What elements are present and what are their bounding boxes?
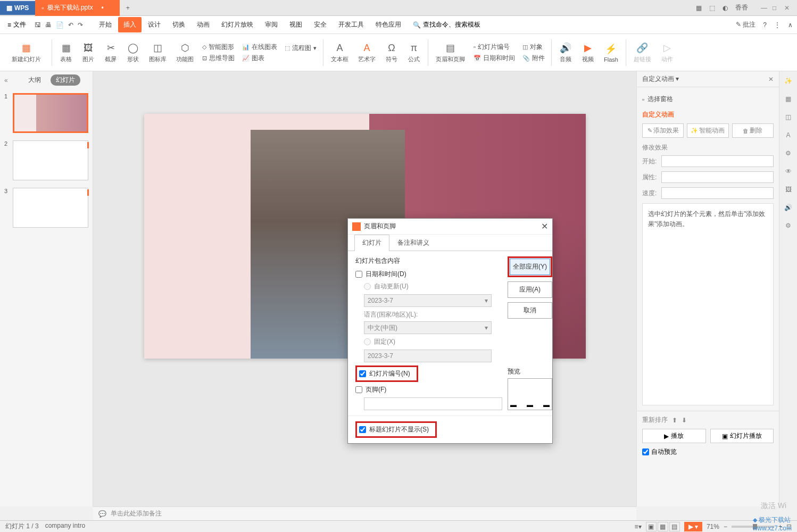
collapse-panel-button[interactable]: « — [4, 77, 8, 84]
layers-icon[interactable]: ▦ — [783, 94, 794, 104]
play-slideshow[interactable]: ▶ ▾ — [684, 522, 702, 531]
footer-input[interactable] — [364, 397, 502, 410]
hyperlink-button[interactable]: 🔗超链接 — [629, 40, 655, 64]
file-menu[interactable]: ≡ 文件 — [4, 18, 29, 31]
chart-button[interactable]: 📈 图表 — [242, 54, 277, 63]
date-select[interactable]: 2023-3-7▾ — [364, 294, 492, 307]
funcchart-button[interactable]: ⬡功能图 — [172, 40, 198, 64]
move-up-button[interactable]: ⬆ — [672, 417, 677, 424]
tab-view[interactable]: 视图 — [284, 17, 308, 32]
new-tab-button[interactable]: + — [120, 1, 136, 15]
smartgraphic-button[interactable]: ◇ 智能图形 — [202, 43, 235, 52]
anim-tool-icon[interactable]: ✨ — [783, 76, 794, 86]
normal-view[interactable]: ▣ — [646, 522, 657, 531]
tab-animation[interactable]: 动画 — [192, 17, 215, 32]
redo-icon[interactable]: ↷ — [78, 21, 83, 29]
collapse-ribbon[interactable]: ∧ — [788, 21, 793, 29]
footer-checkbox[interactable]: 页脚(F) — [355, 385, 502, 394]
maximize-button[interactable]: □ — [773, 4, 780, 12]
new-slide-group[interactable]: ▦新建幻灯片 — [4, 40, 48, 64]
adjust-icon[interactable]: ⚙ — [783, 148, 794, 159]
tab-review[interactable]: 审阅 — [260, 17, 283, 32]
lang-select[interactable]: 中文(中国)▾ — [364, 321, 492, 334]
apply-button[interactable]: 应用(A) — [508, 281, 552, 298]
reading-view[interactable]: ▤ — [669, 522, 680, 531]
hide-icon[interactable]: 👁 — [783, 166, 794, 177]
video-button[interactable]: ▶视频 — [577, 40, 599, 64]
mindmap-button[interactable]: ⊡ 思维导图 — [202, 54, 235, 63]
select-icon[interactable]: ◫ — [783, 112, 794, 122]
minimize-button[interactable]: — — [761, 4, 768, 12]
print-icon[interactable]: 🖶 — [45, 21, 52, 29]
slideshow-button[interactable]: ▣ 幻灯片播放 — [710, 429, 774, 443]
slide-thumbnail-1[interactable]: 1 — [4, 93, 88, 133]
formula-button[interactable]: π公式 — [403, 40, 425, 64]
action-button[interactable]: ▷动作 — [657, 40, 678, 64]
select-pane-link[interactable]: ▫ 选择窗格 — [642, 93, 774, 106]
cancel-button[interactable]: 取消 — [508, 302, 552, 319]
slidenumber-checkbox[interactable]: 幻灯片编号(N) — [359, 369, 410, 378]
help-button[interactable]: ? — [763, 21, 767, 29]
gift-icon[interactable]: ⬚ — [709, 4, 715, 12]
image-icon[interactable]: 🖼 — [783, 184, 794, 195]
tab-devtools[interactable]: 开发工具 — [333, 17, 369, 32]
move-down-button[interactable]: ⬇ — [682, 417, 687, 424]
autoupdate-radio[interactable]: 自动更新(U) — [364, 282, 502, 291]
audio-button[interactable]: 🔊音频 — [555, 40, 576, 64]
grid-icon[interactable]: ▦ — [696, 4, 702, 12]
panel-close-button[interactable]: ✕ — [768, 76, 774, 83]
tab-security[interactable]: 安全 — [309, 17, 332, 32]
tab-transition[interactable]: 切换 — [167, 17, 190, 32]
slidenumber-button[interactable]: ▫ 幻灯片编号 — [474, 43, 515, 52]
smart-anim-button[interactable]: ✨ 智能动画 — [687, 123, 728, 138]
prop-select[interactable] — [661, 171, 774, 183]
slide-thumbnail-2[interactable]: 2 — [4, 140, 88, 180]
iconlib-button[interactable]: ◫图标库 — [145, 40, 171, 64]
slide-thumbnail-3[interactable]: 3 — [4, 188, 88, 228]
start-select[interactable] — [661, 155, 774, 167]
slides-tab[interactable]: 幻灯片 — [51, 74, 80, 86]
attachment-button[interactable]: 📎 附件 — [522, 54, 545, 63]
flowchart-button[interactable]: ⬚ 流程图 ▾ — [285, 44, 317, 53]
outline-tab[interactable]: 大纲 — [23, 74, 46, 86]
search-command[interactable]: 🔍 查找命令、搜索模板 — [413, 20, 480, 29]
user-avatar[interactable]: ◐ — [723, 4, 728, 12]
textbox-button[interactable]: A文本框 — [327, 40, 353, 64]
symbol-button[interactable]: Ω符号 — [381, 40, 402, 64]
object-button[interactable]: ◫ 对象 — [522, 43, 545, 52]
speaker-icon[interactable]: 🔊 — [783, 202, 794, 213]
play-button[interactable]: ▶ 播放 — [642, 429, 706, 443]
shape-button[interactable]: ◯形状 — [122, 40, 144, 64]
tab-insert[interactable]: 插入 — [118, 17, 142, 32]
add-effect-button[interactable]: ✎ 添加效果 — [642, 123, 684, 138]
tab-slideshow[interactable]: 幻灯片放映 — [216, 17, 259, 32]
datetime-checkbox[interactable]: 日期和时间(D) — [355, 270, 502, 279]
screenshot-button[interactable]: ✂截屏 — [100, 40, 121, 64]
undo-icon[interactable]: ↶ — [68, 21, 73, 29]
flash-button[interactable]: ⚡Flash — [600, 41, 622, 64]
apply-all-button[interactable]: 全部应用(Y) — [510, 259, 550, 275]
settings-icon[interactable]: ⚙ — [783, 220, 794, 231]
header-footer-button[interactable]: ▤页眉和页脚 — [431, 40, 469, 64]
more-button[interactable]: ⋮ — [774, 21, 781, 29]
dialog-close-button[interactable]: ✕ — [541, 221, 548, 231]
autoplay-checkbox[interactable]: 自动预览 — [642, 447, 774, 456]
annotate-button[interactable]: ✎ 批注 — [736, 20, 756, 29]
dialog-tab-slide[interactable]: 幻灯片 — [354, 235, 389, 251]
dialog-tab-notes[interactable]: 备注和讲义 — [389, 235, 437, 251]
save-icon[interactable]: 🖫 — [35, 21, 41, 29]
wordart-button[interactable]: A艺术字 — [354, 40, 380, 64]
notes-bar[interactable]: 💬 单击此处添加备注 — [93, 506, 636, 520]
speed-select[interactable] — [661, 187, 774, 199]
tab-special[interactable]: 特色应用 — [370, 17, 406, 32]
tab-start[interactable]: 开始 — [94, 17, 117, 32]
notes-toggle[interactable]: ≡▾ — [635, 523, 642, 530]
delete-button[interactable]: 🗑 删除 — [732, 123, 774, 138]
picture-button[interactable]: 🖼图片 — [78, 40, 99, 64]
sorter-view[interactable]: ▦ — [658, 522, 668, 531]
font-icon[interactable]: A — [783, 130, 794, 140]
tab-design[interactable]: 设计 — [143, 17, 166, 32]
fixed-radio[interactable]: 固定(X) — [364, 337, 502, 346]
zoom-out[interactable]: − — [724, 523, 727, 530]
preview-icon[interactable]: 📄 — [56, 21, 64, 29]
